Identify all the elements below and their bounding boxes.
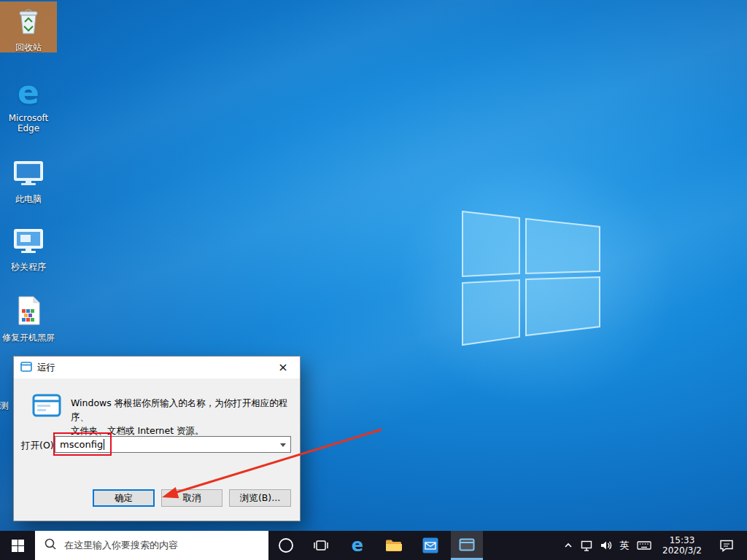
fix-boot-black-screen-icon xyxy=(12,295,45,329)
text-cursor xyxy=(104,439,104,450)
mail-icon xyxy=(422,537,438,553)
cortana-icon xyxy=(277,537,295,554)
description-line-1: Windows 将根据你所输入的名称，为你打开相应的程序、 xyxy=(71,396,300,424)
desktop-icon-label: 测 xyxy=(0,400,9,411)
touch-keyboard-button[interactable] xyxy=(633,531,655,560)
volume-tray-button[interactable] xyxy=(597,531,616,560)
chevron-down-icon[interactable] xyxy=(280,443,286,447)
desktop-icon-label: 秒关程序 xyxy=(11,262,46,272)
open-field-label: 打开(O): xyxy=(21,440,57,452)
screen: 回收站 e Microsoft Edge 此电脑 xyxy=(0,0,747,560)
chevron-up-icon xyxy=(562,540,574,551)
desktop-icon-this-pc[interactable]: 此电脑 xyxy=(0,153,57,204)
desktop-icon-label: Microsoft Edge xyxy=(0,113,57,133)
run-app-taskbar-button[interactable] xyxy=(451,531,483,560)
open-input[interactable]: msconfig xyxy=(55,436,291,453)
cancel-button[interactable]: 取消 xyxy=(161,489,222,507)
desktop-icon-recycle-bin[interactable]: 回收站 xyxy=(0,1,57,52)
run-dialog-title: 运行 xyxy=(37,362,55,374)
run-dialog-body: Windows 将根据你所输入的名称，为你打开相应的程序、 文件夹、文档或 In… xyxy=(14,378,300,521)
microsoft-edge-icon: e xyxy=(18,76,39,109)
network-tray-button[interactable] xyxy=(578,531,597,560)
tray-show-hidden-icons-button[interactable] xyxy=(559,531,578,560)
task-view-icon xyxy=(313,539,329,552)
task-view-button[interactable] xyxy=(305,531,337,560)
speaker-icon xyxy=(600,540,613,551)
language-indicator[interactable]: 英 xyxy=(616,531,633,560)
file-explorer-button[interactable] xyxy=(378,531,410,560)
run-dialog-description: Windows 将根据你所输入的名称，为你打开相应的程序、 文件夹、文档或 In… xyxy=(71,396,300,438)
taskbar: 在这里输入你要搜索的内容 e xyxy=(0,531,747,560)
this-pc-icon xyxy=(12,158,45,190)
taskbar-search-input[interactable]: 在这里输入你要搜索的内容 xyxy=(35,531,268,560)
mail-button[interactable] xyxy=(414,531,446,560)
microsoft-edge-icon: e xyxy=(352,537,363,554)
run-dialog: 运行 × Windows 将根据你所输入的名称，为你打开相应的程序、 文件夹、文… xyxy=(13,356,301,521)
desktop-icon-label: 修复开机黑屏 xyxy=(2,332,55,343)
search-placeholder: 在这里输入你要搜索的内容 xyxy=(64,539,178,552)
run-app-icon xyxy=(459,538,475,551)
run-dialog-titlebar-icon xyxy=(20,362,32,374)
run-dialog-app-icon xyxy=(31,393,62,420)
open-input-value: msconfig xyxy=(60,439,103,450)
windows-logo-glow xyxy=(398,157,675,405)
desktop-icon-label: 此电脑 xyxy=(15,194,42,204)
start-button[interactable] xyxy=(0,531,35,560)
clock-time: 15:33 xyxy=(670,535,695,545)
action-center-icon xyxy=(719,539,734,552)
quick-close-program-icon xyxy=(12,225,45,258)
desktop-icon-quick-close-program[interactable]: 秒关程序 xyxy=(0,221,57,272)
language-label: 英 xyxy=(620,539,630,552)
clock-date: 2020/3/2 xyxy=(662,545,702,556)
search-icon xyxy=(44,537,57,553)
taskbar-clock[interactable]: 15:33 2020/3/2 xyxy=(655,531,709,560)
ok-button[interactable]: 确定 xyxy=(93,489,155,507)
desktop-icon-partially-hidden[interactable]: 测 xyxy=(0,400,12,417)
action-center-button[interactable] xyxy=(712,531,741,560)
desktop-icon-fix-boot-black-screen[interactable]: 修复开机黑屏 xyxy=(0,290,57,343)
close-icon[interactable]: × xyxy=(266,357,300,378)
run-dialog-titlebar[interactable]: 运行 × xyxy=(14,357,300,378)
light-beam xyxy=(0,0,747,266)
recycle-bin-icon xyxy=(12,6,44,39)
desktop-icon-microsoft-edge[interactable]: e Microsoft Edge xyxy=(0,71,57,133)
keyboard-icon xyxy=(637,540,651,551)
edge-taskbar-button[interactable]: e xyxy=(341,531,374,560)
desktop-icon-label: 回收站 xyxy=(15,42,42,52)
windows-start-icon xyxy=(12,540,24,552)
browse-button[interactable]: 浏览(B)... xyxy=(229,489,291,507)
network-ethernet-icon xyxy=(581,540,594,552)
file-explorer-icon xyxy=(385,538,403,553)
cortana-button[interactable] xyxy=(270,531,302,560)
